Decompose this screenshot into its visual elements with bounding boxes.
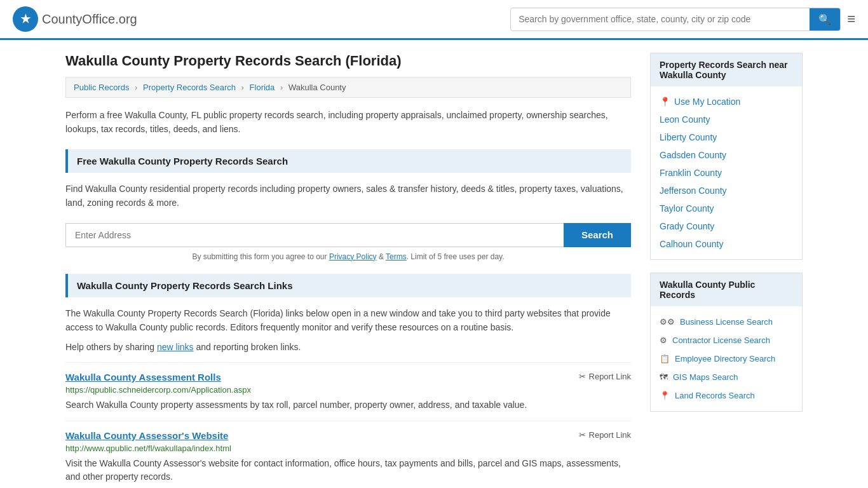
franklin-county-link[interactable]: Franklin County [660,168,722,178]
nearby-counties-box: Property Records Search near Wakulla Cou… [650,53,803,260]
use-my-location-item: 📍 Use My Location [651,93,802,111]
help-text-prefix: Help others by sharing [65,342,157,352]
hamburger-menu-button[interactable]: ≡ [847,12,855,26]
address-form: Search [65,223,631,247]
svg-text:★: ★ [20,13,31,25]
link-item-header-2: Wakulla County Assessor's Website ✂ Repo… [65,430,631,441]
report-label-2: Report Link [589,430,631,440]
main-container: Wakulla County Property Records Search (… [53,40,815,488]
employee-directory-link[interactable]: Employee Directory Search [675,354,775,363]
sidebar-county-liberty: Liberty County [651,128,802,146]
sidebar-county-calhoun: Calhoun County [651,235,802,253]
page-title: Wakulla County Property Records Search (… [65,53,631,69]
breadcrumb-property-records-search[interactable]: Property Records Search [143,83,236,92]
site-header: ★ CountyOffice.org 🔍 ≡ [0,0,868,40]
breadcrumb-sep-3: › [280,83,283,92]
taylor-county-link[interactable]: Taylor County [660,203,714,214]
header-search-button[interactable]: 🔍 [810,8,840,30]
report-icon-2: ✂ [579,430,586,440]
help-text-suffix: and reporting broken links. [194,342,301,352]
link-item-assessor-website: Wakulla County Assessor's Website ✂ Repo… [65,421,631,488]
leon-county-link[interactable]: Leon County [660,114,710,125]
page-description: Perform a free Wakulla County, FL public… [65,108,631,137]
free-search-heading: Free Wakulla County Property Records Sea… [65,149,631,173]
sidebar-county-leon: Leon County [651,111,802,128]
logo-text: CountyOffice.org [42,12,137,27]
form-note-suffix: . Limit of 5 free uses per day. [407,252,505,261]
link-desc-assessor-website: Visit the Wakulla County Assessor's webs… [65,457,631,484]
location-pin-icon: 📍 [660,97,670,107]
sidebar-county-franklin: Franklin County [651,164,802,182]
report-icon-1: ✂ [579,372,586,381]
link-item-header-1: Wakulla County Assessment Rolls ✂ Report… [65,372,631,383]
link-url-assessment-rolls: https://qpublic.schneidercorp.com/Applic… [65,385,631,395]
sidebar-county-taylor: Taylor County [651,200,802,217]
header-search-bar: 🔍 [510,8,841,31]
liberty-county-link[interactable]: Liberty County [660,132,717,142]
breadcrumb-public-records[interactable]: Public Records [74,83,129,92]
sidebar: Property Records Search near Wakulla Cou… [650,53,803,488]
sidebar-county-jefferson: Jefferson County [651,182,802,200]
breadcrumb-sep-1: › [135,83,137,92]
help-text: Help others by sharing new links and rep… [65,342,631,352]
sidebar-county-gadsden: Gadsden County [651,146,802,164]
grady-county-link[interactable]: Grady County [660,221,714,231]
sidebar-business-license: ⚙⚙ Business License Search [651,313,802,331]
content-area: Wakulla County Property Records Search (… [65,53,631,488]
public-records-box: Wakulla County Public Records ⚙⚙ Busines… [650,273,803,412]
new-links-link[interactable]: new links [157,342,194,352]
sidebar-gis-maps: 🗺 GIS Maps Search [651,368,802,386]
public-records-content: ⚙⚙ Business License Search ⚙ Contractor … [651,306,802,411]
form-note: By submitting this form you agree to our… [65,252,631,261]
breadcrumb: Public Records › Property Records Search… [65,77,631,98]
calhoun-county-link[interactable]: Calhoun County [660,239,723,249]
breadcrumb-sep-2: › [241,83,244,92]
logo-icon: ★ [13,6,38,32]
address-input[interactable] [65,223,564,247]
sidebar-land-records: 📍 Land Records Search [651,386,802,405]
business-license-icon: ⚙⚙ [660,317,675,327]
sidebar-contractor-license: ⚙ Contractor License Search [651,331,802,349]
link-url-assessor-website: http://www.qpublic.net/fl/wakullapa/inde… [65,444,631,453]
land-records-link[interactable]: Land Records Search [675,391,755,400]
land-records-icon: 📍 [660,391,670,400]
report-link-button-1[interactable]: ✂ Report Link [579,372,631,381]
use-my-location-link[interactable]: Use My Location [674,97,740,107]
form-note-and: & [377,252,386,261]
privacy-policy-link[interactable]: Privacy Policy [329,252,377,261]
business-license-link[interactable]: Business License Search [680,317,773,327]
gadsden-county-link[interactable]: Gadsden County [660,150,726,160]
gis-maps-link[interactable]: GIS Maps Search [673,372,738,382]
links-description: The Wakulla County Property Records Sear… [65,306,631,335]
sidebar-county-grady: Grady County [651,217,802,235]
terms-link[interactable]: Terms [386,252,407,261]
sidebar-employee-directory: 📋 Employee Directory Search [651,349,802,368]
breadcrumb-current: Wakulla County [288,83,346,92]
link-desc-assessment-rolls: Search Wakulla County property assessmen… [65,398,631,412]
contractor-license-icon: ⚙ [660,336,667,345]
header-search-input[interactable] [511,9,810,29]
contractor-license-link[interactable]: Contractor License Search [672,336,770,345]
employee-directory-icon: 📋 [660,354,670,363]
breadcrumb-florida[interactable]: Florida [250,83,275,92]
public-records-header: Wakulla County Public Records [651,273,802,306]
free-search-description: Find Wakulla County residential property… [65,182,631,210]
header-right: 🔍 ≡ [510,8,855,31]
link-title-assessor-website[interactable]: Wakulla County Assessor's Website [65,430,228,441]
report-link-button-2[interactable]: ✂ Report Link [579,430,631,440]
nearby-counties-header: Property Records Search near Wakulla Cou… [651,53,802,86]
link-title-assessment-rolls[interactable]: Wakulla County Assessment Rolls [65,372,221,383]
nearby-counties-content: 📍 Use My Location Leon County Liberty Co… [651,86,802,259]
report-label-1: Report Link [589,372,631,381]
form-note-prefix: By submitting this form you agree to our [192,252,329,261]
link-item-assessment-rolls: Wakulla County Assessment Rolls ✂ Report… [65,362,631,421]
jefferson-county-link[interactable]: Jefferson County [660,186,727,196]
search-button[interactable]: Search [564,223,631,247]
logo: ★ CountyOffice.org [13,6,137,32]
gis-maps-icon: 🗺 [660,372,668,382]
links-section-heading: Wakulla County Property Records Search L… [65,274,631,297]
